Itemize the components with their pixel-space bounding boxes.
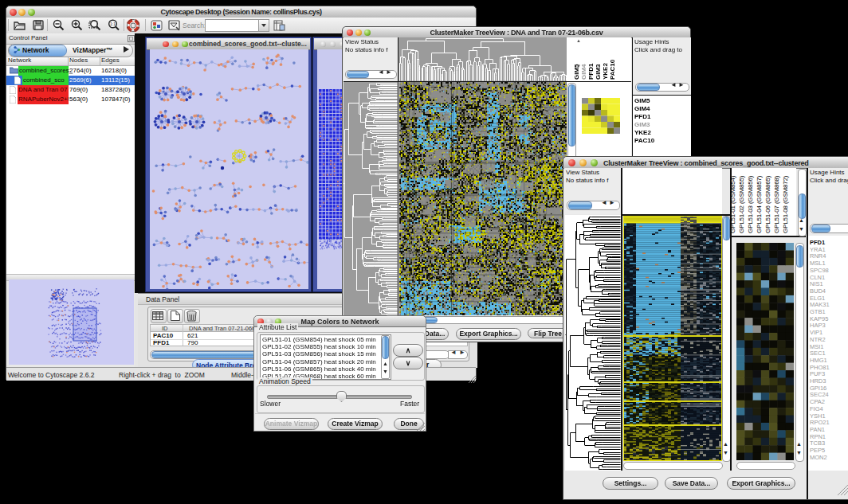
svg-text:1:1: 1:1 [110,21,116,26]
